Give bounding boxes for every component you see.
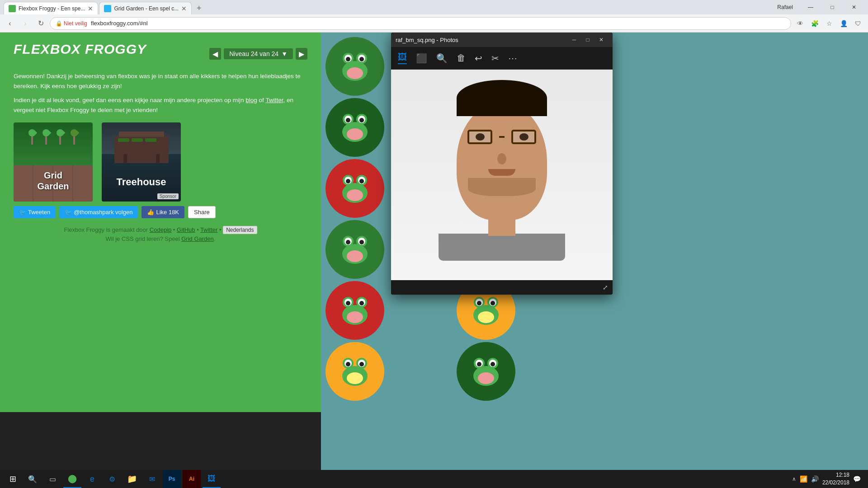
blog-link[interactable]: blog	[245, 97, 257, 103]
edge-taskbar[interactable]: e	[83, 470, 101, 488]
svg-point-60	[346, 240, 350, 244]
share-button[interactable]: Share	[188, 206, 216, 218]
photos-tool-delete[interactable]: 🗑	[457, 53, 466, 63]
intro-section: Gewonnen! Dankzij je beheersing van flex…	[0, 66, 321, 120]
edit-icon: ✂	[491, 53, 499, 64]
svg-point-77	[359, 301, 364, 305]
treehouse-title: Treehouse	[102, 176, 181, 188]
minimize-button[interactable]: —	[800, 0, 821, 14]
frog-cell-1	[326, 37, 384, 96]
like-button[interactable]: 👍 Like 18K	[142, 206, 184, 218]
svg-point-95	[347, 372, 363, 384]
notification-icon[interactable]: 💬	[853, 475, 861, 483]
browser-icons: 👁 🧩 ☆ 👤 🛡	[794, 17, 864, 30]
svg-point-44	[346, 179, 350, 183]
mail-icon: ✉	[149, 475, 155, 483]
treehouse-card[interactable]: Treehouse Sponsor	[102, 122, 181, 202]
twitter-link[interactable]: Twitter	[265, 97, 283, 103]
network-icon[interactable]: 📶	[800, 475, 807, 483]
new-tab-button[interactable]: +	[193, 2, 205, 14]
svg-point-28	[346, 118, 350, 122]
game-area: raf_bm_sq.png - Photos ─ □ ✕ 🖼 ⬛ 🔍	[321, 33, 868, 488]
grid-garden-card[interactable]: GridGarden	[14, 122, 93, 202]
back-button[interactable]: ‹	[4, 17, 16, 30]
codepip-link[interactable]: Codepip	[150, 226, 171, 233]
photos-tool-image[interactable]: 🖼	[398, 52, 407, 64]
photos-tool-edit[interactable]: ✂	[491, 53, 499, 64]
grid-garden-footer-link[interactable]: Grid Garden	[181, 235, 214, 242]
tab-label-1: Flexbox Froggy - Een spe...	[19, 5, 85, 12]
photos-tool-rotate[interactable]: ↩	[475, 53, 482, 64]
svg-point-92	[346, 362, 350, 366]
photos-title: raf_bm_sq.png - Photos	[396, 37, 567, 43]
puzzle-icon[interactable]: 🧩	[808, 17, 821, 30]
tab-favicon-2	[104, 5, 111, 12]
vscode-taskbar[interactable]: ⚙	[103, 470, 121, 488]
svg-point-45	[359, 179, 364, 183]
svg-point-85	[491, 301, 495, 305]
photoshop-taskbar[interactable]: Ps	[163, 470, 181, 488]
svg-point-87	[478, 311, 494, 323]
footer-links: Flexbox Froggy is gemaakt door Codepip •…	[14, 226, 307, 233]
tab-label-2: Grid Garden - Een spel c...	[114, 5, 179, 12]
tweet-label: Tweeten	[28, 209, 50, 216]
next-level-button[interactable]: ▶	[296, 48, 307, 60]
webpage: FLEXBOX FROGGY ◀ Niveau 24 van 24 ▼ ▶ Ge…	[0, 33, 321, 412]
photos-taskbar[interactable]: 🖼	[203, 470, 221, 488]
tab-close-1[interactable]: ✕	[88, 5, 93, 12]
search-taskbar-button[interactable]: 🔍	[24, 470, 42, 488]
prev-level-button[interactable]: ◀	[209, 48, 221, 60]
frog-svg-4	[337, 109, 373, 145]
illustrator-taskbar[interactable]: Ai	[183, 470, 201, 488]
extensions-icon[interactable]: 👁	[794, 17, 807, 30]
separator-3: •	[219, 226, 223, 233]
rotate-icon: ↩	[475, 53, 482, 64]
twitter-footer-link[interactable]: Twitter	[200, 226, 217, 233]
vscode-icon: ⚙	[109, 475, 115, 483]
maximize-button[interactable]: □	[822, 0, 843, 14]
time-display[interactable]: 12:18 22/02/2018	[822, 471, 849, 487]
svg-point-4	[346, 57, 350, 61]
tab-close-2[interactable]: ✕	[181, 5, 187, 12]
explorer-taskbar[interactable]: 📁	[123, 470, 141, 488]
photos-tool-zoom[interactable]: 🔍	[436, 53, 448, 64]
task-view-button[interactable]: ▭	[43, 470, 61, 488]
shield-icon[interactable]: 🛡	[852, 17, 864, 30]
mail-taskbar[interactable]: ✉	[143, 470, 161, 488]
refresh-button[interactable]: ↻	[34, 17, 47, 30]
star-icon[interactable]: ☆	[823, 17, 835, 30]
volume-icon[interactable]: 🔊	[811, 475, 819, 483]
separator-1: •	[173, 226, 177, 233]
follow-button[interactable]: 🐦 @thomashpark volgen	[59, 206, 138, 218]
start-button[interactable]: ⊞	[4, 470, 22, 488]
frog-svg-13	[337, 292, 373, 328]
lang-badge[interactable]: Nederlands	[223, 226, 257, 234]
photos-tool-more[interactable]: ⋯	[508, 53, 517, 64]
expand-icon[interactable]: ⤢	[603, 284, 608, 291]
frog-svg-18	[468, 353, 504, 389]
chrome-taskbar[interactable]: ⬤	[63, 470, 81, 488]
twitter-icon: 🐦	[19, 209, 26, 216]
forward-button[interactable]: ›	[19, 17, 32, 30]
frog-svg-15	[468, 292, 504, 328]
tab-flexbox-froggy[interactable]: Flexbox Froggy - Een spe... ✕	[4, 2, 98, 14]
level-dropdown-icon[interactable]: ▼	[281, 50, 288, 57]
explorer-icon: 📁	[127, 474, 137, 484]
chevron-up-tray[interactable]: ∧	[792, 476, 796, 482]
address-bar: ‹ › ↻ 🔒 Niet veilig flexboxfroggy.com/#n…	[0, 14, 868, 33]
svg-point-103	[478, 372, 494, 384]
tweet-button[interactable]: 🐦 Tweeten	[14, 206, 56, 218]
github-link[interactable]: GitHub	[177, 226, 195, 233]
photos-close-button[interactable]: ✕	[594, 33, 608, 46]
photos-tool-crop[interactable]: ⬛	[416, 53, 427, 64]
more-icon: ⋯	[508, 53, 517, 64]
photos-maximize-button[interactable]: □	[581, 33, 594, 46]
people-icon[interactable]: 👤	[837, 17, 850, 30]
level-nav: ◀ Niveau 24 van 24 ▼ ▶	[209, 48, 307, 60]
footer: Flexbox Froggy is gemaakt door Codepip •…	[0, 223, 321, 244]
url-bar[interactable]: 🔒 Niet veilig flexboxfroggy.com/#nl	[50, 17, 791, 30]
photos-minimize-button[interactable]: ─	[567, 33, 581, 46]
close-button[interactable]: ✕	[844, 0, 864, 14]
frog-cell-4	[326, 98, 384, 157]
tab-grid-garden[interactable]: Grid Garden - Een spel c... ✕	[99, 2, 192, 14]
